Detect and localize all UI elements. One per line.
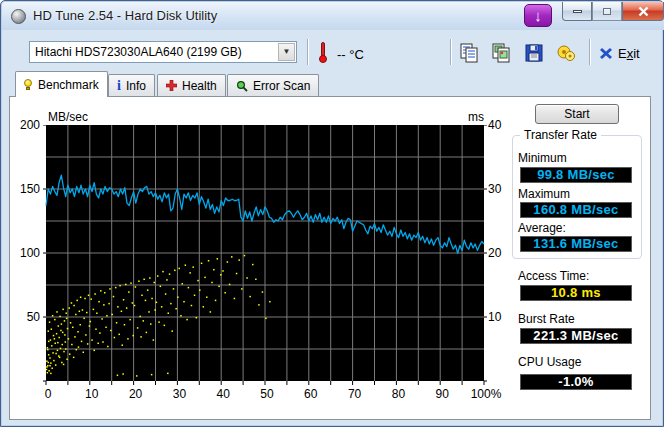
error-scan-magnifier-icon: [236, 80, 248, 92]
benchmark-plot: [42, 125, 488, 387]
minimum-label: Minimum: [518, 151, 567, 165]
window-title: HD Tune 2.54 - Hard Disk Utility: [33, 8, 217, 23]
tick-label: 30: [159, 387, 199, 401]
tick-label: 90: [422, 387, 462, 401]
copy-image-button[interactable]: [491, 43, 513, 63]
maximum-label: Maximum: [518, 187, 570, 201]
minimum-value-display: 99.8 MB/sec: [520, 167, 632, 183]
tab-benchmark[interactable]: Benchmark: [15, 71, 108, 97]
tick-label: 80: [378, 387, 418, 401]
copy-text-icon: [459, 43, 481, 63]
info-icon: i: [117, 80, 121, 92]
save-icon: [523, 43, 545, 63]
access-time-display: 10.8 ms: [520, 285, 632, 301]
exit-button-label[interactable]: Exit: [618, 46, 640, 61]
titlebar[interactable]: HD Tune 2.54 - Hard Disk Utility ↓: [2, 2, 664, 30]
burst-rate-label: Burst Rate: [518, 312, 575, 326]
toolbar-separator: [589, 39, 591, 65]
save-button[interactable]: [523, 43, 545, 63]
maximize-icon: [603, 8, 611, 15]
minimize-button[interactable]: [562, 2, 592, 21]
average-value-display: 131.6 MB/sec: [520, 236, 632, 252]
health-cross-icon: [166, 80, 177, 91]
tab-health-label: Health: [182, 79, 217, 93]
tick-label: 10: [72, 387, 112, 401]
benchmark-page: MB/sec ms 20015010050 40302010 010203040…: [9, 96, 651, 420]
access-time-label: Access Time:: [518, 269, 589, 283]
left-axis-unit: MB/sec: [48, 110, 88, 124]
close-icon: [638, 6, 649, 17]
copy-image-icon: [491, 43, 513, 63]
tab-error-scan[interactable]: Error Scan: [227, 74, 319, 96]
tick-label: 70: [335, 387, 375, 401]
tick-label: 150: [10, 182, 40, 196]
tab-info-label: Info: [126, 79, 146, 93]
temperature-value: -- °C: [337, 47, 364, 62]
drive-selector-value: Hitachi HDS723030ALA640 (2199 GB): [30, 45, 278, 59]
tick-label: 20: [488, 246, 514, 260]
thermometer-icon: [319, 42, 327, 63]
hd-tune-window: HD Tune 2.54 - Hard Disk Utility ↓ Hitac…: [0, 0, 664, 427]
exit-button[interactable]: [599, 46, 613, 59]
tick-label: 50: [10, 310, 40, 324]
tick-label: 30: [488, 182, 514, 196]
close-button[interactable]: [622, 2, 664, 21]
tick-label: 100%: [466, 387, 506, 401]
exit-icon: [599, 47, 613, 60]
tick-label: 200: [10, 118, 40, 132]
average-label: Average:: [518, 221, 566, 235]
tick-label: 40: [203, 387, 243, 401]
tab-error-scan-label: Error Scan: [253, 79, 310, 93]
tick-label: 20: [116, 387, 156, 401]
download-icon[interactable]: ↓: [524, 4, 552, 27]
cpu-usage-label: CPU Usage: [518, 355, 581, 369]
chevron-down-icon[interactable]: ▼: [278, 43, 295, 61]
benchmark-bulb-icon: [24, 79, 33, 91]
copy-text-button[interactable]: [459, 43, 481, 63]
toolbar-separator: [307, 39, 309, 65]
tab-health[interactable]: Health: [157, 74, 226, 96]
tick-label: 10: [488, 310, 514, 324]
maximum-value-display: 160.8 MB/sec: [520, 202, 632, 218]
transfer-rate-title: Transfer Rate: [520, 128, 601, 142]
options-button[interactable]: [555, 43, 577, 63]
options-icon: [555, 43, 577, 63]
tab-info[interactable]: i Info: [108, 74, 155, 96]
tick-label: 40: [488, 118, 514, 132]
toolbar-separator: [450, 39, 452, 65]
right-axis-unit: ms: [450, 110, 484, 124]
cpu-usage-display: -1.0%: [520, 374, 632, 390]
maximize-button[interactable]: [592, 2, 622, 21]
tick-label: 0: [28, 387, 68, 401]
tick-label: 100: [10, 246, 40, 260]
tick-label: 50: [247, 387, 287, 401]
drive-selector[interactable]: Hitachi HDS723030ALA640 (2199 GB) ▼: [29, 41, 297, 63]
tick-label: 60: [291, 387, 331, 401]
burst-rate-display: 221.3 MB/sec: [520, 328, 632, 344]
minimize-icon: [573, 10, 582, 13]
tab-benchmark-label: Benchmark: [38, 78, 99, 92]
app-icon: [11, 9, 26, 24]
start-button[interactable]: Start: [535, 104, 619, 124]
